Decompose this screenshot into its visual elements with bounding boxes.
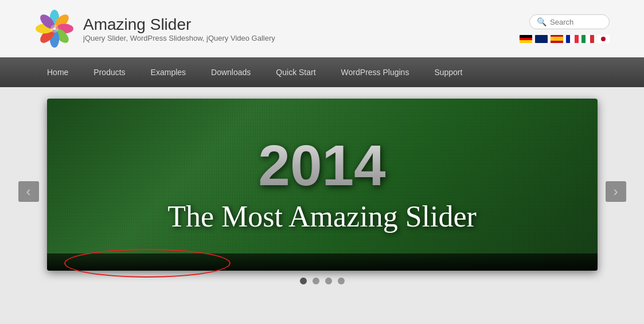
dot-2[interactable] <box>313 278 319 284</box>
nav-support[interactable]: Support <box>421 57 475 87</box>
dot-3[interactable] <box>325 278 332 284</box>
flag-fr[interactable] <box>566 35 579 43</box>
header: Amazing Slider jQuery Slider, WordPress … <box>0 0 644 57</box>
flag-de[interactable] <box>520 35 532 43</box>
slider-bottom-bar <box>47 253 598 271</box>
search-icon: 🔍 <box>537 17 547 26</box>
slider-title: The Most Amazing Slider <box>167 200 477 233</box>
logo-icon <box>34 9 75 49</box>
slider: 2014 The Most Amazing Slider <box>47 99 598 271</box>
site-subtitle: jQuery Slider, WordPress Slideshow, jQue… <box>83 34 275 42</box>
svg-point-8 <box>50 25 58 33</box>
header-title: Amazing Slider jQuery Slider, WordPress … <box>83 15 275 42</box>
dot-1[interactable] <box>300 278 307 284</box>
flag-it[interactable] <box>581 35 594 43</box>
nav-quickstart[interactable]: Quick Start <box>263 57 328 87</box>
flag-es[interactable] <box>551 35 563 43</box>
prev-arrow-button[interactable]: ‹ <box>18 181 39 202</box>
dot-4[interactable] <box>338 278 345 284</box>
nav-examples[interactable]: Examples <box>138 57 198 87</box>
nav-home[interactable]: Home <box>34 57 81 87</box>
flag-gb[interactable] <box>535 35 548 43</box>
nav-products[interactable]: Products <box>81 57 138 87</box>
search-box[interactable]: 🔍 <box>529 14 610 29</box>
site-title: Amazing Slider <box>83 15 275 34</box>
slider-dots <box>47 278 598 284</box>
header-right: 🔍 <box>520 14 610 43</box>
next-arrow-button[interactable]: › <box>606 181 626 202</box>
header-left: Amazing Slider jQuery Slider, WordPress … <box>34 9 275 49</box>
flags-container <box>520 35 610 43</box>
slider-year: 2014 <box>258 136 385 194</box>
slider-wrapper: 2014 The Most Amazing Slider ‹ › <box>47 99 598 284</box>
navbar: Home Products Examples Downloads Quick S… <box>0 57 644 87</box>
search-input[interactable] <box>550 18 602 26</box>
nav-wordpress-plugins[interactable]: WordPress Plugins <box>329 57 422 87</box>
nav-downloads[interactable]: Downloads <box>198 57 263 87</box>
flag-jp[interactable] <box>597 35 610 43</box>
